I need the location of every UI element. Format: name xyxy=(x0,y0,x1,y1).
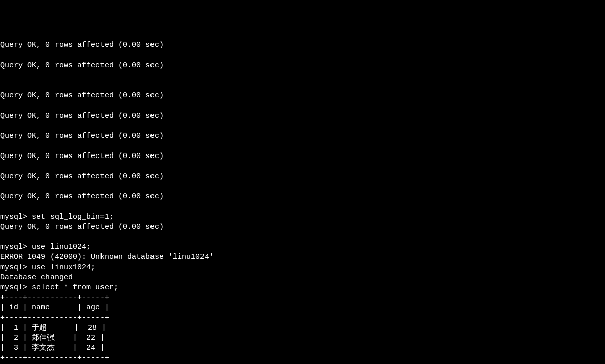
terminal-line xyxy=(0,81,605,91)
terminal-output[interactable]: Query OK, 0 rows affected (0.00 sec)Quer… xyxy=(0,40,605,364)
terminal-line xyxy=(0,121,605,131)
terminal-line: Query OK, 0 rows affected (0.00 sec) xyxy=(0,131,605,141)
terminal-line: Query OK, 0 rows affected (0.00 sec) xyxy=(0,192,605,202)
terminal-line xyxy=(0,141,605,151)
terminal-line: Query OK, 0 rows affected (0.00 sec) xyxy=(0,172,605,182)
terminal-line: Query OK, 0 rows affected (0.00 sec) xyxy=(0,61,605,71)
terminal-line: mysql> set sql_log_bin=1; xyxy=(0,212,605,222)
terminal-line: ERROR 1049 (42000): Unknown database 'li… xyxy=(0,252,605,263)
terminal-line xyxy=(0,50,605,61)
terminal-line xyxy=(0,232,605,242)
terminal-line: mysql> select * from user; xyxy=(0,283,605,293)
terminal-line: | 2 | 郑佳强 | 22 | xyxy=(0,333,605,343)
terminal-line xyxy=(0,101,605,111)
terminal-line: Database changed xyxy=(0,273,605,283)
terminal-line: Query OK, 0 rows affected (0.00 sec) xyxy=(0,222,605,232)
terminal-line xyxy=(0,182,605,192)
terminal-line: | id | name | age | xyxy=(0,303,605,313)
terminal-line: | 3 | 李文杰 | 24 | xyxy=(0,343,605,353)
terminal-line xyxy=(0,162,605,172)
terminal-line: +----+-----------+-----+ xyxy=(0,313,605,323)
terminal-line: mysql> use linux1024; xyxy=(0,263,605,273)
terminal-line: +----+-----------+-----+ xyxy=(0,353,605,363)
terminal-line: Query OK, 0 rows affected (0.00 sec) xyxy=(0,40,605,50)
terminal-line xyxy=(0,202,605,212)
terminal-line: +----+-----------+-----+ xyxy=(0,293,605,303)
terminal-line: Query OK, 0 rows affected (0.00 sec) xyxy=(0,151,605,162)
terminal-line xyxy=(0,71,605,81)
terminal-line: | 1 | 于超 | 28 | xyxy=(0,323,605,333)
terminal-line: Query OK, 0 rows affected (0.00 sec) xyxy=(0,111,605,121)
terminal-line: Query OK, 0 rows affected (0.00 sec) xyxy=(0,91,605,101)
terminal-line: mysql> use linu1024; xyxy=(0,242,605,252)
